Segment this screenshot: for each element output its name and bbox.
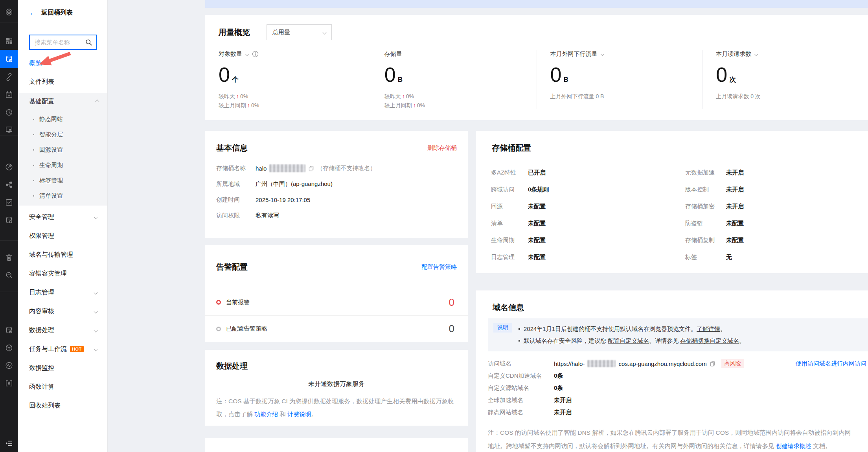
redacted-domain-segment [587, 360, 616, 367]
chevron-down-icon [94, 215, 98, 219]
configured-policies-row: 已配置告警策略 0 [205, 316, 468, 342]
next-card-partial [205, 438, 468, 452]
configure-custom-domain-link[interactable]: 配置自定义域名 [608, 337, 649, 344]
chevron-down-icon[interactable] [245, 52, 249, 56]
rail-item-search-inspect[interactable] [0, 266, 18, 284]
rail-divider [0, 241, 18, 241]
chevron-down-icon[interactable] [600, 52, 604, 56]
rail-item-task[interactable] [0, 193, 18, 211]
sidebar-item-static-website[interactable]: 静态网站 [18, 112, 107, 127]
sidebar-item-tag-management[interactable]: 标签管理 [18, 173, 107, 188]
bucket-name-row: 存储桶名称 halo （存储桶不支持改名） [216, 164, 468, 172]
region-row: 所属地域 广州（中国）(ap-guangzhou) [216, 180, 468, 188]
config-row-origin-pull: 回源未配置 [491, 202, 685, 211]
square-bullet-icon [519, 340, 520, 342]
config-row-encryption: 存储桶加密未开启 [685, 202, 744, 211]
config-row-multi-az: 多AZ特性已开启 [491, 168, 685, 177]
monitor-pulse-icon [5, 361, 13, 370]
usage-title: 用量概览 [219, 27, 250, 38]
ops-tools-icon [5, 163, 13, 171]
sidebar-item-origin-pull[interactable]: 回源设置 [18, 142, 107, 158]
sidebar-group-header[interactable]: 基础配置 [29, 97, 99, 106]
basic-info-title: 基本信息 [216, 143, 248, 153]
config-row-tags: 标签无 [685, 253, 744, 261]
configured-policies-count: 0 [449, 323, 454, 335]
rail-item-collapse[interactable] [0, 434, 18, 452]
created-time-row: 创建时间 2025-10-19 20:17:05 [216, 196, 468, 204]
rail-item-cos-active[interactable] [0, 50, 18, 68]
sidebar-item-file-list[interactable]: 文件列表 [29, 78, 54, 86]
billing-info-link[interactable]: 计费说明 [287, 411, 311, 417]
rail-item-cube[interactable] [0, 339, 18, 357]
bucket-config-right-column: 元数据加速未开启 版本控制未开启 存储桶加密未开启 防盗链未配置 存储桶复制未配… [685, 168, 744, 270]
menu-search-input[interactable] [35, 39, 85, 46]
media-monitor-icon [5, 125, 13, 134]
sidebar-item-data-monitoring[interactable]: 数据监控 [18, 358, 107, 377]
access-url-prefix: https://halo- [554, 360, 585, 367]
sidebar-item-security[interactable]: 安全管理 [18, 208, 107, 226]
rail-item-function[interactable] [0, 374, 18, 392]
sidebar-item-lifecycle[interactable]: 生命周期 [18, 158, 107, 173]
group-items: 静态网站 智能分层 回源设置 生命周期 标签管理 清单设置 [18, 112, 107, 204]
rail-item-ops[interactable] [0, 158, 18, 176]
copy-icon[interactable] [308, 165, 314, 171]
custom-origin-domain-row: 自定义源站域名0条 [488, 384, 868, 392]
bucket-sidebar: ← 返回桶列表 概览 文件列表 基础配置 静态网站 智能分层 回源设置 生命周期… [18, 0, 108, 452]
sidebar-item-data-processing[interactable]: 数据处理 [18, 321, 107, 340]
cdn-domain-row: 自定义CDN加速域名0条 [488, 371, 868, 380]
task-check-icon [5, 198, 13, 207]
rail-item-database[interactable] [0, 211, 18, 229]
config-row-inventory: 清单未配置 [491, 219, 685, 228]
sidebar-item-fault-tolerance[interactable]: 容错容灾管理 [18, 264, 107, 283]
rail-item-link[interactable] [0, 68, 18, 86]
copy-icon[interactable] [710, 361, 715, 367]
sidebar-item-scf[interactable]: 函数计算 [18, 377, 107, 396]
switch-custom-domain-link[interactable]: 存储桶切换自定义域名 [680, 337, 739, 344]
bucket-name-note: （存储桶不支持改名） [317, 165, 376, 172]
chevron-down-icon [323, 30, 327, 34]
stat-value: 0个 [219, 63, 371, 91]
trash-icon [5, 253, 13, 262]
back-to-bucket-list[interactable]: ← 返回桶列表 [29, 9, 73, 17]
sidebar-item-logging[interactable]: 日志管理 [18, 283, 107, 302]
learn-more-link[interactable]: 了解详情 [697, 325, 720, 332]
rail-item-trash[interactable] [0, 248, 18, 266]
sidebar-item-task-workflow[interactable]: 任务与工作流HOT [18, 340, 107, 358]
cos-storage-icon [5, 55, 13, 63]
feature-intro-link[interactable]: 功能介绍 [254, 411, 278, 417]
configure-alarm-policy-link[interactable]: 配置告警策略 [421, 263, 457, 271]
sidebar-item-overview[interactable]: 概览 [29, 59, 42, 68]
rail-item-logo[interactable] [0, 3, 18, 21]
rail-item-media[interactable] [0, 121, 18, 139]
hexagon-logo-icon [5, 8, 13, 17]
search-icon [85, 39, 92, 46]
alarm-ring-icon [216, 300, 221, 305]
menu-search-box[interactable] [29, 35, 97, 50]
rail-item-workflow[interactable] [0, 176, 18, 194]
config-row-replication: 存储桶复制未配置 [685, 236, 744, 244]
stat-monthly-read-requests: 本月读请求数 0次 上月读请求数 0 次 [702, 50, 868, 109]
intranet-access-link[interactable]: 使用访问域名进行内网访问 [796, 360, 868, 367]
info-icon[interactable] [252, 51, 259, 57]
chevron-up-icon [96, 100, 99, 104]
rail-item-dashboard[interactable] [0, 32, 18, 50]
bullet-dot [33, 119, 34, 120]
sidebar-item-domain-transfer[interactable]: 域名与传输管理 [18, 245, 107, 264]
usage-range-select[interactable]: 总用量 [267, 24, 332, 40]
rail-item-monitor-pulse[interactable] [0, 356, 18, 375]
sidebar-item-intelligent-tiering[interactable]: 智能分层 [18, 127, 107, 142]
sidebar-item-content-moderation[interactable]: 内容审核 [18, 302, 107, 321]
rail-item-storage-db[interactable] [0, 321, 18, 339]
sidebar-item-permissions[interactable]: 权限管理 [18, 226, 107, 245]
rail-item-pie[interactable] [0, 103, 18, 121]
config-row-versioning: 版本控制未开启 [685, 185, 744, 194]
config-row-cors: 跨域访问0条规则 [491, 185, 685, 194]
sidebar-item-recycle-bin[interactable]: 回收站列表 [18, 396, 107, 415]
sidebar-item-inventory[interactable]: 清单设置 [18, 188, 107, 204]
request-overview-link[interactable]: 创建请求概述 [776, 443, 811, 449]
link-icon [5, 73, 13, 81]
chevron-down-icon[interactable] [754, 52, 758, 56]
up-arrow-icon: ↑ [402, 93, 405, 99]
delete-bucket-link[interactable]: 删除存储桶 [427, 144, 457, 152]
rail-item-calendar[interactable] [0, 86, 18, 104]
